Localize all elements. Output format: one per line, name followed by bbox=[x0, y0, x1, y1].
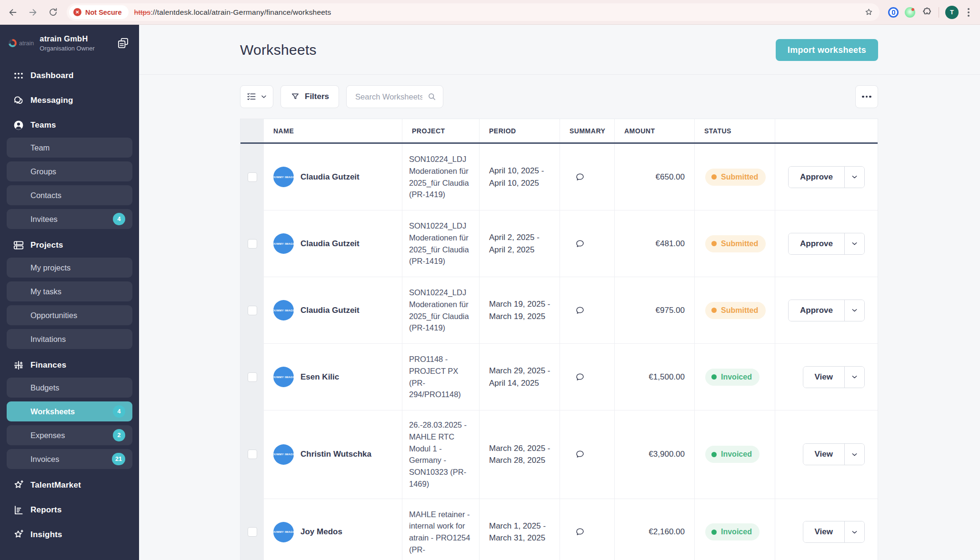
table-row[interactable]: DUMMY IMAGE Claudia Gutzeit SON10224_LDJ… bbox=[240, 277, 878, 344]
column-header-period: PERIOD bbox=[480, 119, 560, 142]
sidebar-item-expenses[interactable]: Expenses 2 bbox=[7, 425, 132, 445]
filters-button[interactable]: Filters bbox=[280, 85, 339, 108]
person-icon bbox=[12, 119, 25, 131]
sidebar-item-my-tasks[interactable]: My tasks bbox=[7, 281, 132, 301]
status-label: Invoiced bbox=[721, 528, 752, 536]
table-row[interactable]: DUMMY IMAGE Joy Medos MAHLE retainer - i… bbox=[240, 499, 878, 560]
table-row[interactable]: DUMMY IMAGE Claudia Gutzeit SON10224_LDJ… bbox=[240, 210, 878, 277]
bookmark-star-icon[interactable] bbox=[864, 7, 874, 17]
comment-bubble-icon[interactable] bbox=[574, 171, 586, 183]
status-cell: Invoiced bbox=[695, 499, 775, 560]
sidebar-item-worksheets[interactable]: Worksheets 4 bbox=[7, 401, 132, 421]
action-split-button: View bbox=[803, 443, 865, 465]
action-button[interactable]: Approve bbox=[789, 300, 844, 321]
row-checkbox[interactable] bbox=[248, 450, 257, 459]
row-checkbox[interactable] bbox=[248, 306, 257, 315]
sidebar-nav: Dashboard Messaging Teams Team Groups Co… bbox=[0, 60, 139, 560]
org-text: atrain GmbH Organisation Owner bbox=[40, 34, 117, 52]
comment-bubble-icon[interactable] bbox=[574, 371, 586, 383]
browser-menu-icon[interactable] bbox=[965, 8, 972, 17]
sidebar-item-label: Insights bbox=[30, 530, 62, 540]
sidebar-item-dashboard[interactable]: Dashboard bbox=[0, 63, 139, 88]
sidebar-item-talentmarket[interactable]: TalentMarket bbox=[0, 473, 139, 498]
sidebar-item-invoices[interactable]: Invoices 21 bbox=[7, 449, 132, 469]
action-dropdown-caret[interactable] bbox=[844, 521, 864, 542]
action-button[interactable]: Approve bbox=[789, 167, 844, 188]
comment-bubble-icon[interactable] bbox=[574, 526, 586, 538]
row-checkbox[interactable] bbox=[248, 527, 257, 537]
sidebar-item-my-projects[interactable]: My projects bbox=[7, 258, 132, 278]
table-row[interactable]: DUMMY IMAGE Esen Kilic PRO1148 - PROJECT… bbox=[240, 344, 878, 410]
sidebar-item-messaging[interactable]: Messaging bbox=[0, 88, 139, 113]
column-header-amount: AMOUNT bbox=[615, 119, 695, 142]
profile-avatar[interactable]: T bbox=[945, 6, 959, 19]
search-input[interactable] bbox=[354, 92, 423, 102]
action-dropdown-caret[interactable] bbox=[844, 367, 864, 388]
sidebar-item-budgets[interactable]: Budgets bbox=[7, 378, 132, 398]
table-row[interactable]: DUMMY IMAGE Claudia Gutzeit SON10224_LDJ… bbox=[240, 144, 878, 210]
table-row[interactable]: DUMMY IMAGE Christin Wutschka 26.-28.03.… bbox=[240, 410, 878, 499]
filters-label: Filters bbox=[305, 92, 329, 101]
sidebar-item-label: Teams bbox=[30, 120, 56, 130]
org-switcher-icon[interactable] bbox=[117, 37, 130, 50]
sidebar-item-reports[interactable]: Reports bbox=[0, 498, 139, 522]
sidebar-item-team[interactable]: Team bbox=[7, 138, 132, 158]
action-dropdown-caret[interactable] bbox=[844, 233, 864, 254]
action-dropdown-caret[interactable] bbox=[844, 300, 864, 321]
action-dropdown-caret[interactable] bbox=[844, 167, 864, 188]
row-checkbox[interactable] bbox=[248, 372, 257, 382]
sidebar-item-teams[interactable]: Teams bbox=[0, 113, 139, 138]
period-end: March 28, 2025 bbox=[489, 454, 550, 467]
sidebar-item-projects[interactable]: Projects bbox=[0, 233, 139, 258]
period-cell: March 26, 2025 - March 28, 2025 bbox=[480, 410, 560, 499]
sidebar-item-groups[interactable]: Groups bbox=[7, 161, 132, 181]
reload-icon[interactable] bbox=[44, 3, 62, 21]
comment-bubble-icon[interactable] bbox=[574, 238, 586, 250]
url-rest: ://talentdesk.local/atrain-Germany/finan… bbox=[150, 8, 331, 16]
puzzle-icon[interactable] bbox=[921, 7, 932, 18]
bulk-select-dropdown[interactable] bbox=[240, 85, 273, 108]
column-header-actions bbox=[775, 119, 878, 142]
star-plus-icon bbox=[12, 479, 25, 491]
table-header-row: NAMEPROJECTPERIODSUMMARYAMOUNTSTATUS bbox=[240, 119, 878, 144]
sidebar-item-finances[interactable]: Finances bbox=[0, 353, 139, 378]
sidebar-item-label: Projects bbox=[30, 240, 63, 250]
chat-bubbles-icon bbox=[12, 94, 25, 107]
action-button[interactable]: View bbox=[803, 444, 844, 465]
sidebar-item-insights[interactable]: Insights bbox=[0, 522, 139, 547]
url-bar[interactable]: ✕ Not Secure https://talentdesk.local/at… bbox=[67, 3, 880, 21]
security-chip[interactable]: ✕ Not Secure bbox=[69, 5, 129, 19]
forward-icon[interactable] bbox=[24, 3, 42, 21]
chevron-down-icon bbox=[850, 240, 859, 248]
actions-cell: Approve bbox=[775, 144, 878, 210]
action-split-button: View bbox=[803, 521, 865, 543]
import-worksheets-button[interactable]: Import worksheets bbox=[776, 39, 878, 61]
sidebar-item-opportunities[interactable]: Opportunities bbox=[7, 305, 132, 325]
comment-bubble-icon[interactable] bbox=[574, 305, 586, 316]
row-checkbox[interactable] bbox=[248, 172, 257, 182]
row-checkbox[interactable] bbox=[248, 239, 257, 249]
header-divider bbox=[139, 74, 980, 75]
action-button[interactable]: View bbox=[803, 521, 844, 542]
extension-icon[interactable] bbox=[905, 7, 915, 18]
actions-cell: Approve bbox=[775, 210, 878, 277]
action-button[interactable]: Approve bbox=[789, 233, 844, 254]
more-actions-button[interactable] bbox=[855, 85, 878, 108]
org-header: atrain atrain GmbH Organisation Owner bbox=[0, 25, 139, 60]
sidebar-item-invitations[interactable]: Invitations bbox=[7, 329, 132, 349]
action-button[interactable]: View bbox=[803, 367, 844, 388]
password-manager-icon[interactable] bbox=[888, 7, 899, 18]
back-icon[interactable] bbox=[4, 3, 22, 21]
period-start: April 2, 2025 - bbox=[489, 231, 540, 244]
period-start: March 19, 2025 - bbox=[489, 298, 550, 310]
action-dropdown-caret[interactable] bbox=[844, 444, 864, 465]
sidebar-item-invitees[interactable]: Invitees 4 bbox=[7, 209, 132, 229]
search-icon bbox=[427, 92, 437, 101]
main-content: Worksheets Import worksheets Filters bbox=[139, 25, 980, 560]
period-end: April 10, 2025 bbox=[489, 177, 544, 190]
amount-value: €2,160.00 bbox=[649, 527, 685, 537]
status-badge: Invoiced bbox=[705, 446, 760, 463]
amount-cell: €975.00 bbox=[615, 277, 695, 343]
comment-bubble-icon[interactable] bbox=[574, 449, 586, 460]
sidebar-item-contacts[interactable]: Contacts bbox=[7, 185, 132, 205]
